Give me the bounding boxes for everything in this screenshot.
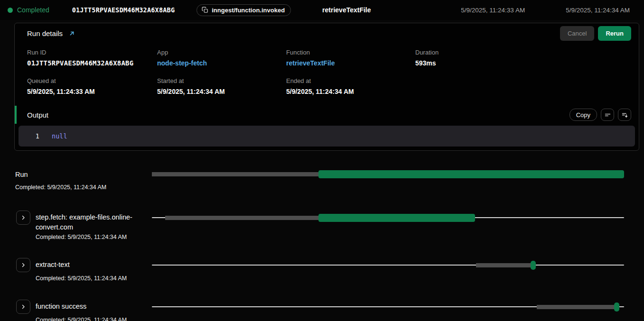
trace-track — [152, 300, 624, 314]
field-app: App node-step-fetch — [157, 49, 286, 67]
expand-chevron-icon[interactable] — [16, 300, 30, 314]
field-queued-at: Queued at 5/9/2025, 11:24:33 AM — [27, 77, 157, 95]
trace-row-labels: step.fetch: example-files.online-convert… — [0, 211, 152, 240]
scroll-to-bottom-icon[interactable] — [618, 109, 631, 121]
output-section-header: Output Copy — [15, 106, 639, 124]
trace-row-name: function success — [36, 300, 127, 312]
run-duration-bar[interactable] — [318, 170, 624, 178]
card-title: Run details — [27, 29, 63, 37]
queued-duration-bar — [537, 305, 614, 309]
card-header: Run details Cancel Rerun — [15, 23, 639, 43]
field-value: 5/9/2025, 11:24:33 AM — [27, 88, 157, 95]
line-number: 1 — [19, 132, 39, 140]
run-status-bar: Completed 01JTT5RPVAESDM46M32A6X8ABG inn… — [0, 0, 644, 20]
run-details-card: Run details Cancel Rerun Run ID 01JTT5RP… — [14, 23, 639, 151]
trace-row-completed: Completed: 5/9/2025, 11:24:34 AM — [36, 275, 127, 282]
field-label: Duration — [415, 49, 544, 56]
run-detail-grid: Run ID 01JTT5RPVAESDM46M32A6X8ABG App no… — [15, 43, 639, 106]
status-label: Completed — [17, 6, 49, 14]
trace-row-run: Run Completed: 5/9/2025, 11:24:34 AM — [0, 169, 644, 193]
card-actions: Cancel Rerun — [560, 26, 631, 41]
trace-row-labels: extract-text Completed: 5/9/2025, 11:24:… — [0, 258, 152, 282]
run-duration-bar[interactable] — [318, 214, 475, 222]
event-name-label: inngest/function.invoked — [212, 7, 285, 14]
trace-track — [152, 211, 624, 225]
trace-row-name: Run — [15, 169, 125, 180]
trace-row-function-success: function success Completed: 5/9/2025, 11… — [0, 300, 644, 321]
field-ended-at: Ended at 5/9/2025, 11:24:34 AM — [286, 77, 415, 95]
run-id-text: 01JTT5RPVAESDM46M32A6X8ABG — [72, 6, 175, 14]
field-value: 01JTT5RPVAESDM46M32A6X8ABG — [27, 59, 157, 67]
cancel-button[interactable]: Cancel — [560, 26, 594, 41]
field-label: Started at — [157, 77, 286, 84]
external-link-icon[interactable] — [68, 30, 75, 37]
field-label: Run ID — [27, 49, 157, 56]
field-duration: Duration 593ms — [415, 49, 544, 67]
status-indicator: Completed — [8, 6, 49, 14]
trace-row-labels: function success Completed: 5/9/2025, 11… — [0, 300, 152, 321]
wrap-text-icon[interactable] — [601, 109, 614, 121]
output-value: null — [52, 132, 67, 140]
status-dot-icon — [8, 8, 13, 13]
field-label: App — [157, 49, 286, 56]
instant-step-marker[interactable] — [614, 303, 619, 312]
trace-row-completed: Completed: 5/9/2025, 11:24:34 AM — [15, 184, 152, 191]
trace-track — [152, 258, 624, 272]
instant-step-marker[interactable] — [531, 261, 536, 270]
field-started-at: Started at 5/9/2025, 11:24:34 AM — [157, 77, 286, 95]
output-accent-bar — [15, 106, 17, 124]
queued-duration-bar — [152, 172, 319, 176]
trace-row-completed: Completed: 5/9/2025, 11:24:34 AM — [36, 234, 146, 240]
output-title: Output — [27, 111, 48, 119]
field-label: Ended at — [286, 77, 415, 84]
rerun-button[interactable]: Rerun — [598, 26, 631, 41]
trace-timeline: Run Completed: 5/9/2025, 11:24:34 AM ste… — [0, 151, 644, 321]
output-actions: Copy — [569, 109, 631, 121]
trace-row-name: step.fetch: example-files.online-convert… — [36, 211, 146, 232]
field-label: Queued at — [27, 77, 157, 84]
queued-timestamp: 5/9/2025, 11:24:33 AM — [461, 7, 525, 14]
event-name-badge[interactable]: inngest/function.invoked — [196, 4, 291, 16]
field-label: Function — [286, 49, 415, 56]
trace-row-name: extract-text — [36, 258, 127, 270]
field-function: Function retrieveTextFile — [286, 49, 415, 67]
trace-track — [152, 167, 624, 181]
field-value: 5/9/2025, 11:24:34 AM — [157, 88, 286, 95]
field-value: 593ms — [415, 59, 544, 67]
queued-duration-bar — [165, 216, 319, 220]
trace-row-labels: Run Completed: 5/9/2025, 11:24:34 AM — [0, 169, 152, 191]
expand-chevron-icon[interactable] — [16, 211, 30, 225]
trace-row-extract-text: extract-text Completed: 5/9/2025, 11:24:… — [0, 258, 644, 300]
trace-row-step-fetch: step.fetch: example-files.online-convert… — [0, 211, 644, 256]
queued-duration-bar — [476, 263, 531, 267]
started-timestamp: 5/9/2025, 11:24:34 AM — [566, 7, 630, 14]
field-value: 5/9/2025, 11:24:34 AM — [286, 88, 415, 95]
expand-chevron-icon[interactable] — [16, 258, 30, 272]
trace-row-completed: Completed: 5/9/2025, 11:24:34 AM — [36, 317, 127, 321]
copy-icon — [202, 7, 208, 13]
function-name-text: retrieveTextFile — [322, 6, 371, 14]
field-run-id: Run ID 01JTT5RPVAESDM46M32A6X8ABG — [27, 49, 157, 67]
copy-output-button[interactable]: Copy — [569, 109, 597, 121]
output-code-block[interactable]: 1 null — [19, 126, 635, 147]
track-baseline — [152, 265, 624, 266]
app-link[interactable]: node-step-fetch — [157, 59, 286, 67]
function-link[interactable]: retrieveTextFile — [286, 59, 415, 67]
